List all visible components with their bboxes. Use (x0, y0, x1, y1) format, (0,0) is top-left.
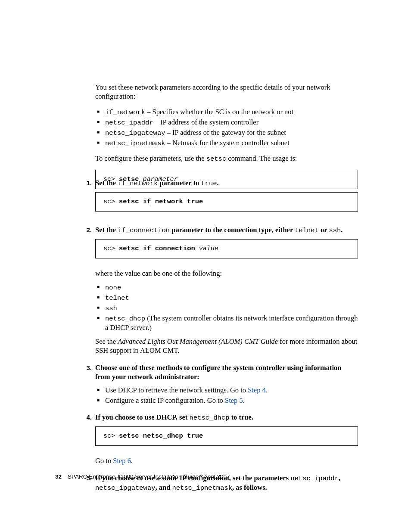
step-3: 3. Choose one of these methods to config… (84, 363, 358, 410)
list-item: ssh (95, 303, 358, 313)
step-3-text: Choose one of these methods to configure… (95, 363, 358, 382)
step2-after: where the value can be one of the follow… (95, 269, 358, 278)
list-item: telnet (95, 293, 358, 302)
list-item: Use DHCP to retrieve the network setting… (95, 386, 358, 395)
page-footer: 32SPARC Enterprise T1000 Server Installa… (55, 473, 230, 481)
step-1-text: Set the if_network parameter to true. (95, 178, 358, 188)
intro-paragraph: You set these network parameters accordi… (95, 83, 358, 101)
step2-see-also: See the Advanced Lights Out Management (… (95, 337, 358, 355)
step3-methods-list: Use DHCP to retrieve the network setting… (95, 386, 358, 405)
list-item: if_network – Specifies whether the SC is… (95, 107, 358, 117)
link-step-6[interactable]: Step 6 (113, 457, 131, 465)
step2-values-list: none telnet ssh netsc_dhcp (The system c… (95, 283, 358, 333)
footer-text: SPARC Enterprise T1000 Server Installati… (68, 473, 230, 480)
list-item: netsc_dhcp (The system controller obtain… (95, 314, 358, 333)
list-item: netsc_ipnetmask – Netmask for the system… (95, 138, 358, 148)
code-box-step1: sc> setsc if_network true (95, 192, 358, 212)
list-item: netsc_ipgateway – IP address of the gate… (95, 128, 358, 137)
intro-params-list: if_network – Specifies whether the SC is… (95, 107, 358, 148)
list-item: none (95, 283, 358, 292)
step-2-text: Set the if_connection parameter to the c… (95, 225, 358, 235)
step-1: 1. Set the if_network parameter to true.… (84, 178, 358, 222)
page-number: 32 (55, 473, 62, 480)
steps-column: 1. Set the if_network parameter to true.… (84, 178, 358, 500)
link-step-4[interactable]: Step 4 (248, 386, 266, 394)
configure-paragraph: To configure these parameters, use the s… (95, 154, 358, 163)
list-item: netsc_ipaddr – IP address of the system … (95, 118, 358, 127)
step-2: 2. Set the if_connection parameter to th… (84, 225, 358, 359)
code-box-step2: sc> setsc if_connection value (95, 239, 358, 258)
step-4-text: If you choose to use DHCP, set netsc_dhc… (95, 413, 358, 422)
step-4: 4. If you choose to use DHCP, set netsc_… (84, 413, 358, 470)
link-step-5[interactable]: Step 5 (225, 396, 243, 404)
list-item: Configure a static IP configuration. Go … (95, 396, 358, 405)
code-box-step4: sc> setsc netsc_dhcp true (95, 426, 358, 446)
step4-goto: Go to Step 6. (95, 456, 358, 465)
